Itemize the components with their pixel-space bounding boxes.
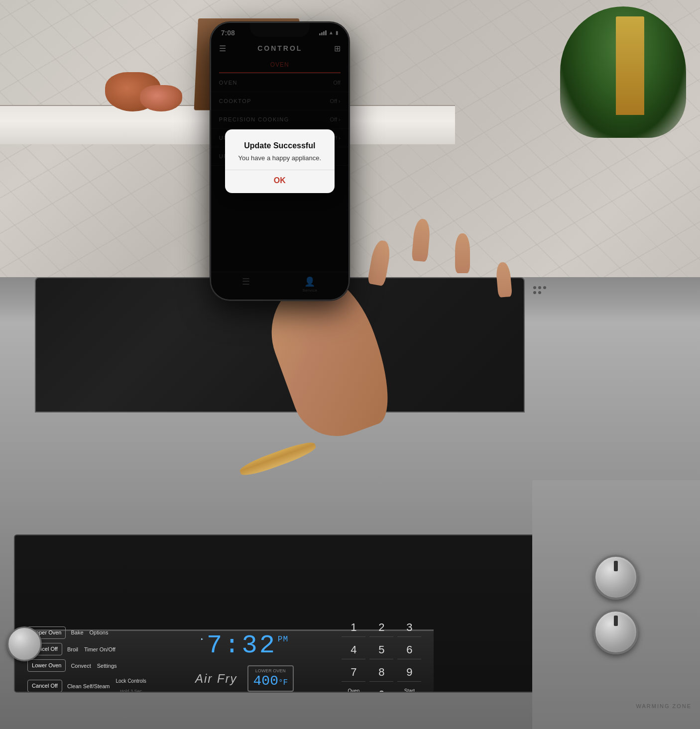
control-panel-background: Upper Oven Bake Options Cancel Off Broil…: [14, 534, 553, 693]
dot-indicator: ▸: [201, 636, 206, 642]
knob-1[interactable]: [593, 555, 638, 600]
convect-label[interactable]: Convect: [70, 660, 92, 671]
finger-ring: [455, 233, 470, 273]
phone-screen: 7:08 ▲ ▮ ☰ CONTROL ⊞ OVEN: [211, 23, 349, 300]
lower-oven-row: Lower Oven Convect Settings: [27, 659, 147, 672]
settings-label[interactable]: Settings: [96, 660, 118, 671]
terra-cotta-pot-2: [140, 85, 182, 111]
modal-title: Update Successful: [235, 141, 325, 150]
key-4[interactable]: 4: [342, 641, 365, 659]
bake-label[interactable]: Bake: [70, 627, 84, 638]
sub-display: Air Fry LOWER OVEN 400°F: [195, 665, 294, 692]
modal-divider: [225, 170, 335, 170]
hold-3-sec-label: Hold 3 Sec: [119, 686, 143, 693]
key-start-enter[interactable]: StartEnter: [397, 686, 421, 693]
control-panel: Upper Oven Bake Options Cancel Off Broil…: [15, 629, 434, 692]
clean-label[interactable]: Clean Self/Steam: [66, 681, 111, 692]
indicator-dots: [533, 286, 546, 294]
left-knob[interactable]: [7, 626, 42, 661]
cancel-row-2: Cancel Off Clean Self/Steam Lock Control…: [27, 676, 147, 693]
modal-ok-button[interactable]: OK: [235, 176, 325, 185]
timer-label[interactable]: Timer On/Off: [83, 644, 117, 655]
phone-notch: [250, 23, 310, 37]
lower-oven-button[interactable]: Lower Oven: [27, 659, 66, 672]
update-modal: Update Successful You have a happy appli…: [225, 129, 335, 193]
knobs-area: WARMING ZONE: [532, 480, 700, 729]
key-0[interactable]: 0: [369, 686, 393, 693]
left-button-group: Upper Oven Bake Options Cancel Off Broil…: [27, 626, 147, 693]
key-5[interactable]: 5: [369, 641, 393, 659]
temp-unit: °F: [278, 678, 288, 687]
brass-item: [616, 16, 644, 115]
temp-value: 400°F: [253, 673, 288, 689]
key-6[interactable]: 6: [397, 641, 421, 659]
key-7[interactable]: 7: [342, 663, 365, 682]
cancel-off-button-2[interactable]: Cancel Off: [27, 680, 62, 692]
upper-oven-row: Upper Oven Bake Options: [27, 626, 147, 639]
broil-label[interactable]: Broil: [66, 644, 79, 655]
options-label[interactable]: Options: [89, 627, 110, 638]
lock-controls-label[interactable]: Lock Controls: [115, 676, 147, 686]
mode-display: Air Fry: [195, 672, 237, 686]
phone-device: 7:08 ▲ ▮ ☰ CONTROL ⊞ OVEN: [210, 22, 350, 301]
key-8[interactable]: 8: [369, 663, 393, 682]
number-keypad: 1 2 3 4 5 6 7 8 9 OvenLights 0 StartEnte…: [342, 619, 421, 693]
key-2[interactable]: 2: [369, 619, 393, 637]
time-display: ▸ 7:32 PM: [201, 631, 288, 660]
cancel-row-1: Cancel Off Broil Timer On/Off: [27, 643, 147, 655]
warming-zone-label: WARMING ZONE: [636, 703, 692, 709]
temp-section-label: LOWER OVEN: [253, 668, 288, 673]
temperature-display: LOWER OVEN 400°F: [247, 665, 294, 692]
display-area: ▸ 7:32 PM Air Fry LOWER OVEN 400°F: [155, 631, 335, 692]
key-3[interactable]: 3: [397, 619, 421, 637]
key-oven-lights[interactable]: OvenLights: [342, 686, 365, 693]
key-9[interactable]: 9: [397, 663, 421, 682]
modal-message: You have a happy appliance.: [235, 154, 325, 162]
time-value: 7:32: [207, 631, 277, 660]
modal-overlay: Update Successful You have a happy appli…: [211, 23, 349, 300]
knob-2[interactable]: [593, 610, 638, 654]
time-period: PM: [278, 635, 288, 644]
key-1[interactable]: 1: [342, 619, 365, 637]
